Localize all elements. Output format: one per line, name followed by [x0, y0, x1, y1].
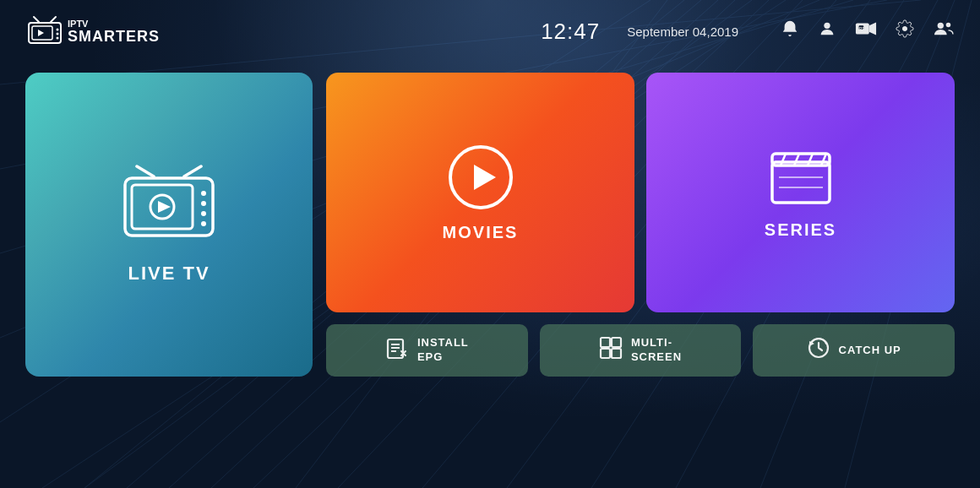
movies-card[interactable]: MOVIES — [326, 73, 634, 312]
svg-rect-62 — [601, 349, 610, 358]
install-epg-label: INSTALLEPG — [417, 336, 469, 365]
catch-up-button[interactable]: CATCH UP — [753, 324, 955, 377]
svg-line-21 — [51, 17, 56, 22]
svg-marker-30 — [869, 23, 876, 35]
series-label: SERIES — [765, 220, 836, 240]
main-content: LIVE TV MOVIES — [0, 56, 980, 393]
catch-up-label: CATCH UP — [839, 344, 901, 358]
svg-marker-41 — [158, 201, 171, 213]
header-date: September 04,2019 — [627, 24, 738, 39]
svg-point-43 — [201, 201, 206, 206]
svg-point-27 — [57, 37, 59, 40]
install-epg-button[interactable]: INSTALLEPG — [326, 324, 528, 377]
install-epg-icon — [385, 336, 409, 365]
header: IPTV SMARTERS 12:47 September 04,2019 — [0, 0, 980, 56]
svg-text:REC: REC — [859, 27, 868, 31]
svg-point-45 — [201, 221, 206, 226]
multi-screen-label: MULTI-SCREEN — [631, 336, 682, 365]
multi-user-icon[interactable] — [933, 19, 955, 43]
svg-point-34 — [938, 23, 944, 29]
bell-icon[interactable] — [781, 19, 799, 43]
svg-line-20 — [34, 17, 39, 22]
right-column: MOVIES SERI — [326, 73, 955, 377]
svg-line-50 — [781, 154, 786, 165]
top-row: MOVIES SERI — [326, 73, 955, 312]
logo-icon — [25, 15, 64, 47]
svg-rect-60 — [601, 338, 610, 347]
catch-up-icon — [807, 336, 830, 365]
svg-point-25 — [57, 29, 59, 31]
svg-marker-47 — [474, 165, 496, 190]
live-tv-icon — [118, 165, 220, 249]
live-tv-card[interactable]: LIVE TV — [25, 73, 313, 377]
svg-line-37 — [184, 166, 201, 176]
user-icon[interactable] — [818, 19, 836, 43]
svg-line-51 — [794, 154, 799, 165]
record-icon[interactable]: REC — [855, 19, 877, 43]
svg-point-33 — [902, 26, 907, 31]
svg-rect-61 — [612, 338, 621, 347]
header-time: 12:47 — [541, 19, 600, 45]
svg-line-36 — [137, 166, 154, 176]
logo-iptv-text: IPTV — [68, 19, 160, 29]
bottom-row: INSTALLEPG MULTI-SCREEN — [326, 324, 955, 377]
settings-icon[interactable] — [896, 19, 914, 43]
header-icons: REC — [781, 19, 955, 43]
svg-marker-24 — [38, 30, 44, 36]
movies-label: MOVIES — [443, 223, 519, 242]
live-tv-label: LIVE TV — [128, 263, 210, 285]
svg-line-53 — [821, 154, 826, 165]
svg-point-35 — [946, 23, 951, 28]
series-card[interactable]: SERIES — [646, 73, 955, 312]
svg-point-26 — [57, 33, 59, 35]
svg-rect-63 — [612, 349, 621, 358]
multi-screen-button[interactable]: MULTI-SCREEN — [540, 324, 742, 377]
series-icon — [767, 145, 835, 209]
multi-screen-icon — [599, 336, 623, 365]
svg-line-52 — [808, 154, 813, 165]
svg-point-42 — [201, 191, 206, 196]
svg-point-44 — [201, 211, 206, 216]
movies-icon — [447, 144, 514, 211]
logo-area: IPTV SMARTERS — [25, 15, 160, 47]
logo-smarters-text: SMARTERS — [68, 29, 160, 44]
svg-point-28 — [824, 23, 830, 29]
svg-rect-48 — [772, 162, 830, 203]
